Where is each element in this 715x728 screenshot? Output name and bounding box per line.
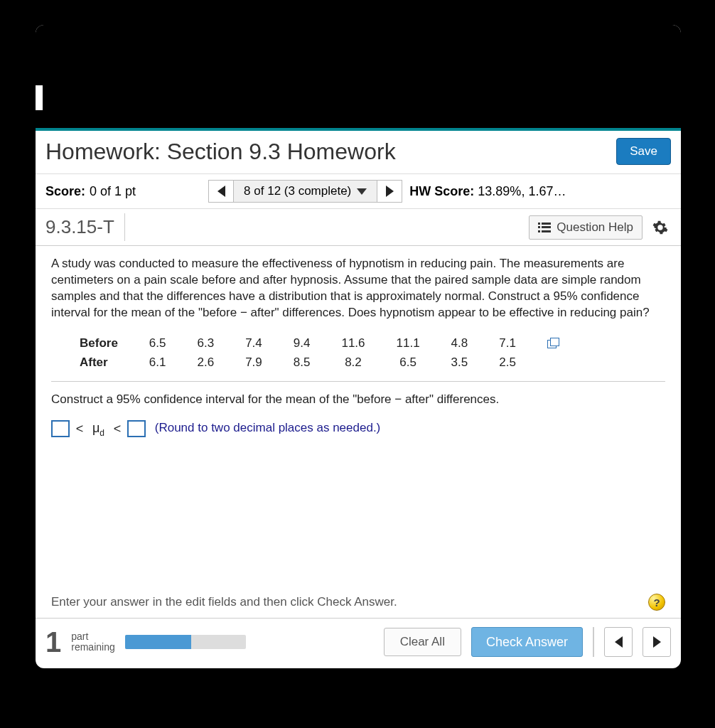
cell: 4.8 xyxy=(436,334,484,353)
divider xyxy=(593,627,594,657)
question-content: A study was conducted to measure the eff… xyxy=(36,246,681,594)
ci-upper-input[interactable] xyxy=(127,420,146,437)
cell: 2.5 xyxy=(483,353,532,373)
question-nav: 8 of 12 (3 complete) xyxy=(208,180,402,203)
check-answer-button[interactable]: Check Answer xyxy=(471,627,583,657)
question-help-button[interactable]: Question Help xyxy=(529,215,643,240)
copy-table-icon[interactable] xyxy=(547,338,559,348)
save-button[interactable]: Save xyxy=(616,138,671,165)
cell: 11.6 xyxy=(326,334,380,353)
cell: 8.2 xyxy=(326,353,380,373)
cell: 2.6 xyxy=(182,353,230,373)
help-hint-button[interactable]: ? xyxy=(648,594,665,611)
table-row: Before 6.5 6.3 7.4 9.4 11.6 11.1 4.8 7.1 xyxy=(80,334,574,353)
cell: 9.4 xyxy=(278,334,326,353)
score-value: 0 of 1 pt xyxy=(90,184,136,199)
question-header-row: 9.3.15-T Question Help xyxy=(36,209,681,246)
list-icon xyxy=(538,223,551,232)
hint-row: Enter your answer in the edit fields and… xyxy=(36,594,681,619)
window-titlebar-area xyxy=(36,25,681,128)
gear-icon xyxy=(652,220,668,235)
footer-next-button[interactable] xyxy=(643,627,671,657)
cell: 6.3 xyxy=(182,334,230,353)
ci-entry: < μd < (Round to two decimal places as n… xyxy=(51,419,665,439)
clear-all-button[interactable]: Clear All xyxy=(384,628,461,656)
parts-remaining-label: part remaining xyxy=(71,631,114,653)
cell: 6.5 xyxy=(381,353,436,373)
score-nav-row: Score: 0 of 1 pt 8 of 12 (3 complete) HW… xyxy=(36,174,681,209)
lt-symbol: < xyxy=(111,422,124,436)
question-picker[interactable]: 8 of 12 (3 complete) xyxy=(234,180,377,203)
data-table: Before 6.5 6.3 7.4 9.4 11.6 11.1 4.8 7.1… xyxy=(80,334,574,373)
footer-prev-button[interactable] xyxy=(604,627,633,657)
progress-bar xyxy=(125,635,246,649)
prev-question-button[interactable] xyxy=(208,180,234,203)
cell: 7.9 xyxy=(230,353,278,373)
lt-symbol: < xyxy=(73,422,87,436)
chevron-down-icon xyxy=(357,188,367,195)
mu-symbol: μd xyxy=(90,421,107,435)
hw-score-label: HW Score: xyxy=(409,184,474,198)
hint-text: Enter your answer in the edit fields and… xyxy=(51,595,648,609)
footer: 1 part remaining Clear All Check Answer xyxy=(36,619,681,668)
cell: 6.1 xyxy=(134,353,182,373)
hw-score: HW Score: 13.89%, 1.67… xyxy=(409,184,671,199)
next-question-button[interactable] xyxy=(377,180,402,203)
table-row: After 6.1 2.6 7.9 8.5 8.2 6.5 3.5 2.5 xyxy=(80,353,574,373)
row-label: Before xyxy=(80,334,134,353)
row-label: After xyxy=(80,353,134,373)
header: Homework: Section 9.3 Homework Save xyxy=(36,131,681,174)
arrow-left-icon xyxy=(615,636,623,648)
construct-instruction: Construct a 95% confidence interval for … xyxy=(51,392,665,408)
page-title: Homework: Section 9.3 Homework xyxy=(45,139,396,165)
parts-remaining-count: 1 xyxy=(45,629,61,655)
arrow-right-icon xyxy=(386,186,394,197)
cell: 7.4 xyxy=(230,334,278,353)
cell: 8.5 xyxy=(278,353,326,373)
question-help-label: Question Help xyxy=(557,220,633,235)
ci-lower-input[interactable] xyxy=(51,420,70,437)
question-number: 9.3.15-T xyxy=(36,213,125,241)
app-window: Homework: Section 9.3 Homework Save Scor… xyxy=(36,25,681,668)
divider xyxy=(51,381,665,382)
cell: 3.5 xyxy=(436,353,484,373)
question-prompt: A study was conducted to measure the eff… xyxy=(51,256,665,321)
score-label: Score: xyxy=(45,184,85,199)
hw-score-value: 13.89%, 1.67… xyxy=(478,184,566,198)
cell: 6.5 xyxy=(134,334,182,353)
arrow-right-icon xyxy=(653,636,661,648)
arrow-left-icon xyxy=(217,186,225,197)
round-note: (Round to two decimal places as needed.) xyxy=(155,421,381,434)
progress-fill xyxy=(125,635,192,649)
cell: 11.1 xyxy=(381,334,436,353)
cell: 7.1 xyxy=(483,334,532,353)
progress-text: 8 of 12 (3 complete) xyxy=(244,184,351,198)
settings-button[interactable] xyxy=(650,217,671,238)
